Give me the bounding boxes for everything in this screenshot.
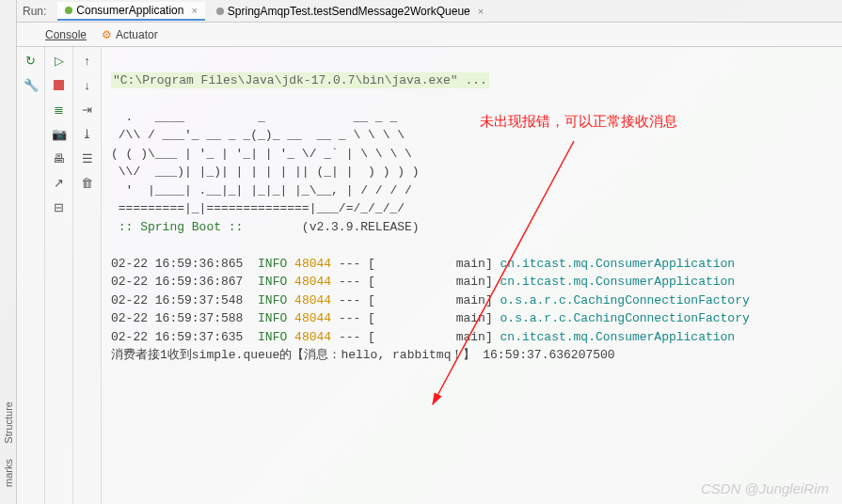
- close-icon[interactable]: ×: [191, 5, 197, 16]
- stop-button[interactable]: [50, 75, 69, 94]
- annotation-text: 未出现报错，可以正常接收消息: [480, 113, 677, 131]
- run-status-icon: [216, 8, 224, 15]
- toolbar-col-2: ▷ ≣ 📷 🖶 ↗ ⊟: [45, 47, 73, 504]
- camera-icon[interactable]: 📷: [50, 124, 69, 143]
- log-line: 02-22 16:59:36:867 INFO 48044 --- [ main…: [111, 275, 735, 289]
- log-line: 02-22 16:59:37:635 INFO 48044 --- [ main…: [111, 330, 735, 344]
- spring-boot-label: :: Spring Boot ::: [111, 220, 302, 234]
- rerun-button[interactable]: ↻: [22, 51, 40, 70]
- sidebar-bookmarks[interactable]: marks: [3, 459, 14, 487]
- tab-console[interactable]: Console: [45, 28, 87, 41]
- filter-icon[interactable]: ☰: [78, 149, 97, 167]
- tab-label: SpringAmqpTest.testSendMessage2WorkQueue: [228, 5, 470, 18]
- ascii-art: /\\ / ___'_ __ _ _(_)_ __ __ _ \ \ \ \: [111, 128, 405, 142]
- watermark: CSDN @JungleiRim: [701, 480, 829, 496]
- log-line: 02-22 16:59:37:588 INFO 48044 --- [ main…: [111, 311, 750, 325]
- run-button[interactable]: ▷: [50, 51, 69, 70]
- ascii-art: \\/ ___)| |_)| | | | | || (_| | ) ) ) ): [111, 165, 420, 179]
- tab-label: ConsumerApplication: [76, 4, 183, 17]
- log-line: 02-22 16:59:37:548 INFO 48044 --- [ main…: [111, 293, 750, 307]
- run-config-tabs: Run: ConsumerApplication × SpringAmqpTes…: [17, 0, 842, 23]
- receiver-message: 消费者接1收到simple.queue的【消息：hello, rabbitmq！…: [111, 348, 615, 362]
- spring-version: (v2.3.9.RELEASE): [302, 220, 420, 234]
- tab-spring-amqp-test[interactable]: SpringAmqpTest.testSendMessage2WorkQueue…: [209, 3, 491, 20]
- print-icon[interactable]: 🖶: [50, 149, 69, 167]
- wrench-icon[interactable]: 🔧: [22, 75, 40, 94]
- open-icon[interactable]: ↗: [50, 173, 69, 192]
- ascii-art: =========|_|==============|___/=/_/_/_/: [111, 201, 405, 215]
- wrap-icon[interactable]: ⇥: [78, 100, 97, 118]
- trash-icon[interactable]: 🗑: [78, 173, 97, 192]
- toolbar-col-3: ↑ ↓ ⇥ ⤓ ☰ 🗑: [73, 47, 102, 504]
- console-output: "C:\Program Files\Java\jdk-17.0.7\bin\ja…: [102, 47, 842, 504]
- run-status-icon: [65, 7, 72, 14]
- ascii-art: ( ( )\___ | '_ | '_| | '_ \/ _` | \ \ \ …: [111, 147, 412, 161]
- debug-button[interactable]: ≣: [50, 100, 69, 118]
- run-label: Run:: [23, 5, 46, 18]
- left-sidebar: Structure marks: [0, 0, 17, 504]
- tab-consumer-application[interactable]: ConsumerApplication ×: [57, 2, 205, 21]
- collapse-icon[interactable]: ⊟: [50, 197, 69, 216]
- toolbar-col-1: ↻ 🔧: [17, 47, 45, 504]
- down-icon[interactable]: ↓: [78, 75, 97, 94]
- actuator-icon: ⚙: [102, 28, 112, 41]
- tab-label: Actuator: [116, 28, 158, 41]
- sidebar-structure[interactable]: Structure: [3, 402, 14, 444]
- close-icon[interactable]: ×: [478, 6, 484, 17]
- scroll-icon[interactable]: ⤓: [78, 124, 97, 143]
- java-command: "C:\Program Files\Java\jdk-17.0.7\bin\ja…: [111, 72, 489, 88]
- ascii-art: ' |____| .__|_| |_|_| |_\__, | / / / /: [111, 183, 412, 197]
- up-icon[interactable]: ↑: [78, 51, 97, 70]
- sub-tabs: Console ⚙ Actuator: [17, 23, 842, 47]
- tab-actuator[interactable]: ⚙ Actuator: [102, 28, 158, 41]
- ascii-art: . ____ _ __ _ _: [111, 110, 397, 124]
- log-line: 02-22 16:59:36:865 INFO 48044 --- [ main…: [111, 257, 735, 271]
